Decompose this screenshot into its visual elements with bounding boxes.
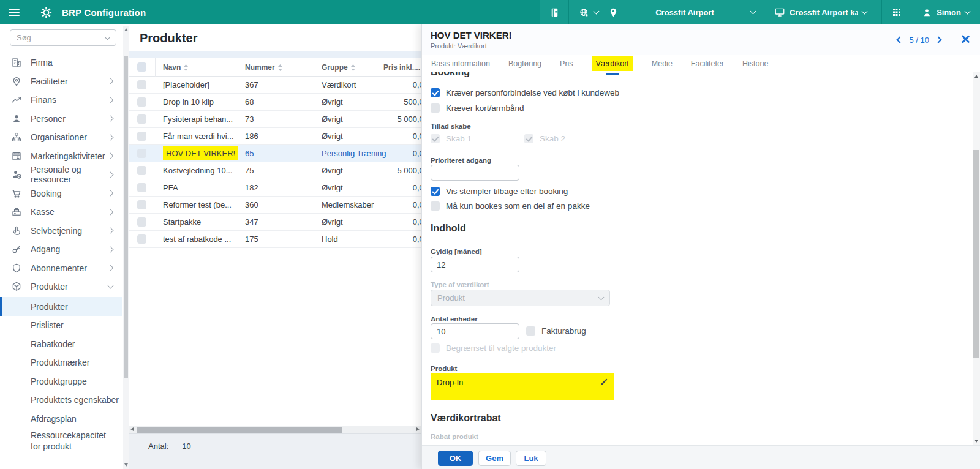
sidebar-item[interactable]: Selvbetjening — [0, 222, 123, 241]
column-header-nummer[interactable]: Nummer — [245, 58, 282, 77]
sidebar-scrollbar[interactable] — [123, 26, 129, 469]
produkt-field-highlighted[interactable]: Drop-In — [431, 373, 614, 400]
next-record-icon[interactable] — [935, 36, 941, 43]
scroll-down-arrow[interactable] — [124, 463, 128, 467]
gyldig-input[interactable] — [431, 257, 519, 272]
sidebar-item[interactable]: Faciliteter — [0, 72, 123, 91]
edit-pencil-icon[interactable] — [599, 378, 608, 387]
sidebar-subitem[interactable]: Prislister — [0, 316, 123, 335]
tab[interactable]: Værdikort — [592, 56, 633, 71]
column-header-navn[interactable]: Navn — [163, 58, 188, 77]
gem-button[interactable]: Gem — [478, 451, 511, 466]
checkbox[interactable] — [431, 103, 440, 113]
checkbox-row-kort-armbaand[interactable]: Kræver kort/armbånd — [431, 103, 524, 113]
scrollbar-thumb[interactable] — [137, 427, 342, 433]
antal-enheder-input[interactable] — [431, 323, 519, 339]
row-checkbox[interactable] — [137, 183, 146, 192]
sidebar-item[interactable]: Finans — [0, 91, 123, 110]
sidebar-subitem-label: Ressourcekapacitet for produkt — [31, 430, 107, 452]
row-checkbox[interactable] — [137, 149, 146, 158]
row-checkbox[interactable] — [137, 166, 146, 175]
checkbox-row-personforbindelse[interactable]: Kræver personforbindelse ved købt i kund… — [431, 88, 619, 97]
menu-icon[interactable] — [9, 7, 20, 18]
sidebar-item[interactable]: Personale og ressourcer — [0, 165, 123, 184]
row-checkbox[interactable] — [137, 234, 146, 244]
column-header-gruppe[interactable]: Gruppe — [322, 58, 355, 77]
checkbox[interactable] — [431, 88, 440, 97]
tab[interactable]: Pris — [560, 59, 573, 68]
table-row[interactable]: Kostvejledning 10... 75 Øvrigt 5 000,00 — [129, 162, 421, 179]
ok-button[interactable]: OK — [438, 451, 473, 466]
scroll-up-arrow[interactable] — [124, 28, 128, 31]
sidebar-subitem[interactable]: Produktets egenskaber — [0, 391, 123, 410]
checkbox-row-vis-stempler[interactable]: Vis stempler tilbage efter booking — [431, 187, 568, 196]
sidebar-subitem[interactable]: Produkter — [0, 297, 123, 316]
sidebar-search[interactable] — [10, 29, 116, 46]
table-row[interactable]: Får man værdi hvi... 186 Øvrigt 0,00 — [129, 128, 421, 145]
luk-button[interactable]: Luk — [516, 451, 546, 466]
sidebar-item[interactable]: Abonnementer — [0, 259, 123, 278]
sidebar-item[interactable]: Produkter — [0, 277, 123, 296]
sidebar-item[interactable]: Booking — [0, 184, 123, 203]
sidebar-subitem[interactable]: Produktgruppe — [0, 372, 123, 391]
sidebar-subitem[interactable]: Ressourcekapacitet for produkt — [0, 428, 123, 455]
web-settings-button[interactable] — [568, 0, 608, 24]
cell-navn: Reformer test (be... — [163, 197, 240, 214]
checkbox-row-fakturabrug[interactable]: Fakturabrug — [526, 326, 586, 336]
scroll-right-arrow[interactable] — [417, 427, 420, 431]
workstation-selector[interactable]: Crossfit Airport kas — [759, 0, 881, 24]
row-checkbox[interactable] — [137, 80, 146, 89]
tab[interactable]: Basis information — [431, 59, 490, 68]
table-row[interactable]: Startpakke 347 Øvrigt 0,00 — [129, 214, 421, 231]
scroll-up-arrow[interactable] — [974, 75, 978, 78]
select-all-checkbox[interactable] — [137, 62, 146, 72]
row-checkbox[interactable] — [137, 97, 146, 107]
tab[interactable]: Faciliteter — [691, 59, 724, 68]
scrollbar-thumb[interactable] — [124, 56, 128, 378]
row-checkbox[interactable] — [137, 200, 146, 209]
table-row[interactable]: PFA 182 Øvrigt 0,00 — [129, 179, 421, 197]
table-row[interactable]: Drop in 10 klip 68 Øvrigt 500,00 — [129, 94, 421, 111]
apps-grid-button[interactable] — [881, 0, 911, 24]
user-menu[interactable]: Simon — [911, 0, 980, 24]
column-header-pris[interactable]: Pris inkl.... — [363, 58, 420, 77]
sidebar-item[interactable]: Kasse — [0, 203, 123, 222]
prioriteret-adgang-input[interactable] — [431, 165, 519, 181]
sidebar-item[interactable]: Adgang — [0, 240, 123, 259]
scroll-down-arrow[interactable] — [974, 440, 978, 443]
close-icon[interactable] — [960, 34, 970, 44]
location-selector[interactable]: Crossfit Airport — [608, 0, 759, 24]
row-checkbox[interactable] — [137, 132, 146, 141]
checkbox[interactable] — [431, 187, 440, 196]
sidebar-subitem[interactable]: Produktmærker — [0, 353, 123, 372]
detail-scrollbar[interactable] — [973, 72, 980, 445]
sidebar-item[interactable]: Marketingaktiviteter — [0, 147, 123, 166]
sort-icon[interactable] — [351, 64, 355, 71]
checkbox-row-pakke[interactable]: Må kun bookes som en del af en pakke — [431, 201, 590, 211]
search-input[interactable] — [10, 33, 105, 42]
checkbox[interactable] — [526, 326, 535, 336]
table-row[interactable]: HOV DET VIRKER! 65 Personlig Træning 0,0… — [129, 145, 421, 162]
tab[interactable]: Medie — [652, 59, 673, 68]
sidebar-item[interactable]: Firma — [0, 53, 123, 72]
journal-button[interactable] — [540, 0, 568, 24]
sidebar-subitem[interactable]: Afdragsplan — [0, 410, 123, 429]
prev-record-icon[interactable] — [897, 36, 903, 43]
scroll-left-arrow[interactable] — [130, 427, 134, 431]
sort-icon[interactable] — [184, 64, 188, 71]
sidebar-subitem[interactable]: Rabatkoder — [0, 335, 123, 354]
tab[interactable]: Bogføring — [508, 59, 541, 68]
sidebar-item[interactable]: Organisationer — [0, 128, 123, 147]
sort-icon[interactable] — [278, 64, 282, 71]
table-row[interactable]: Fysioterapi behan... 73 Øvrigt 5 000,00 — [129, 111, 421, 128]
horizontal-scrollbar[interactable] — [129, 426, 421, 433]
row-checkbox[interactable] — [137, 217, 146, 227]
checkbox[interactable] — [431, 201, 440, 211]
table-row[interactable]: test af rabatkode ... 175 Hold 0,00 — [129, 231, 421, 248]
table-row[interactable]: [Placeholder] 367 Værdikort 0,00 — [129, 77, 421, 94]
scrollbar-thumb[interactable] — [973, 150, 979, 358]
tab[interactable]: Historie — [742, 59, 768, 68]
row-checkbox[interactable] — [137, 114, 146, 124]
sidebar-item[interactable]: Personer — [0, 110, 123, 129]
table-row[interactable]: Reformer test (be... 360 Medlemskaber 0,… — [129, 197, 421, 214]
